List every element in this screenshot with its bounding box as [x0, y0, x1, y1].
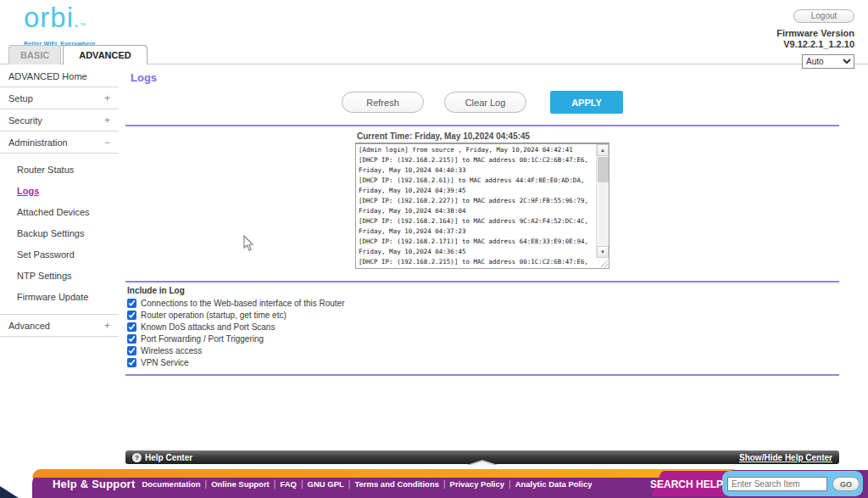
- sidebar-item-set-password[interactable]: Set Password: [0, 243, 119, 265]
- search-help-input[interactable]: [727, 477, 827, 491]
- go-button[interactable]: GO: [832, 477, 860, 491]
- log-scrollbar[interactable]: ▲ ▼: [596, 144, 609, 258]
- orbi-logo: orbi.™ Better WiFi. Everywhere.: [24, 3, 97, 47]
- administration-submenu: Router Status Logs Attached Devices Back…: [0, 154, 119, 315]
- expand-plus-icon[interactable]: +: [104, 320, 110, 332]
- refresh-button[interactable]: Refresh: [342, 92, 424, 113]
- scrollbar-thumb[interactable]: [598, 157, 609, 182]
- logo-text: orbi: [24, 2, 74, 33]
- tab-basic[interactable]: BASIC: [8, 45, 61, 64]
- checkbox-port-forwarding[interactable]: [127, 334, 136, 344]
- footer-links: Documentation| Online Support| FAQ| GNU …: [142, 479, 592, 489]
- expand-plus-icon[interactable]: +: [104, 92, 110, 104]
- sidebar-item-attached-devices[interactable]: Attached Devices: [0, 201, 119, 222]
- trademark-symbol: ™: [80, 22, 86, 28]
- help-support-label: Help & Support: [53, 478, 135, 490]
- sidebar-item-firmware-update[interactable]: Firmware Update: [0, 286, 119, 307]
- search-help-label: SEARCH HELP: [650, 478, 723, 490]
- log-textarea[interactable]: [Admin login] from source , Friday, May …: [355, 143, 609, 269]
- sidebar-item-router-status[interactable]: Router Status: [0, 159, 119, 180]
- search-help-zone: SEARCH HELP GO: [650, 470, 860, 498]
- expand-plus-icon[interactable]: +: [104, 115, 110, 126]
- sidebar-item-backup-settings[interactable]: Backup Settings: [0, 222, 119, 243]
- main-tabs: BASIC ADVANCED: [8, 45, 149, 64]
- sidebar-item-advanced[interactable]: Advanced +: [0, 315, 119, 337]
- divider: [125, 125, 839, 126]
- footer-link-faq[interactable]: FAQ: [280, 479, 297, 489]
- help-center-title: ? Help Center: [132, 453, 192, 462]
- log-block: Current Time: Friday, May 10,2024 04:45:…: [355, 130, 609, 269]
- checkbox-wireless-access[interactable]: [127, 346, 136, 355]
- include-in-log-heading: Include in Log: [127, 286, 839, 295]
- show-hide-help-center-link[interactable]: Show/Hide Help Center: [739, 453, 832, 462]
- current-time-label: Current Time: Friday, May 10,2024 04:45:…: [355, 130, 609, 143]
- tab-advanced[interactable]: ADVANCED: [63, 45, 147, 64]
- firmware-version-label: Firmware Version: [776, 28, 854, 38]
- collapse-minus-icon[interactable]: −: [104, 137, 110, 148]
- checkbox-vpn-service[interactable]: [127, 358, 136, 367]
- action-buttons: Refresh Clear Log APPLY: [125, 91, 839, 114]
- include-in-log-section: Include in Log Connections to the Web-ba…: [127, 286, 839, 367]
- checkbox-dos-attacks[interactable]: [127, 322, 136, 332]
- scroll-up-icon[interactable]: ▲: [597, 144, 609, 156]
- firmware-version-value: V9.12.2.1_1.2.10: [776, 39, 854, 49]
- sidebar-item-administration[interactable]: Administration −: [0, 131, 119, 154]
- footer-link-analytic-data[interactable]: Analytic Data Policy: [515, 479, 593, 489]
- main-content: Logs Refresh Clear Log APPLY Current Tim…: [125, 65, 839, 376]
- footer-link-terms[interactable]: Terms and Conditions: [354, 479, 439, 489]
- sidebar-item-advanced-home[interactable]: ADVANCED Home: [0, 65, 119, 87]
- include-row-web-interface: Connections to the Web-based interface o…: [127, 299, 839, 308]
- include-row-dos-attacks: Known DoS attacks and Port Scans: [127, 322, 839, 332]
- apply-button[interactable]: APPLY: [550, 91, 623, 114]
- footer: Help & Support Documentation| Online Sup…: [0, 465, 868, 498]
- footer-link-documentation[interactable]: Documentation: [142, 479, 200, 489]
- header: orbi.™ Better WiFi. Everywhere. Logout F…: [0, 0, 868, 64]
- include-row-router-operation: Router operation (startup, get time etc): [127, 311, 839, 320]
- divider: [125, 281, 839, 283]
- sidebar-item-logs[interactable]: Logs: [0, 180, 119, 201]
- help-center-bar[interactable]: ? Help Center Show/Hide Help Center: [125, 450, 839, 464]
- footer-link-online-support[interactable]: Online Support: [211, 479, 270, 489]
- sidebar-item-security[interactable]: Security +: [0, 109, 119, 131]
- include-row-wireless-access: Wireless access: [127, 346, 839, 355]
- footer-link-privacy[interactable]: Privacy Policy: [450, 479, 504, 489]
- divider: [125, 374, 839, 376]
- page-title: Logs: [131, 71, 839, 84]
- sidebar-nav: ADVANCED Home Setup + Security + Adminis…: [0, 65, 119, 337]
- checkbox-web-interface[interactable]: [127, 299, 136, 308]
- include-row-vpn-service: VPN Service: [127, 358, 839, 367]
- scroll-down-icon[interactable]: ▼: [597, 246, 609, 258]
- clear-log-button[interactable]: Clear Log: [444, 92, 526, 113]
- footer-link-gnu-gpl[interactable]: GNU GPL: [308, 479, 344, 489]
- include-row-port-forwarding: Port Forwarding / Port Triggering: [127, 334, 839, 344]
- sidebar-item-ntp-settings[interactable]: NTP Settings: [0, 265, 119, 286]
- logout-button[interactable]: Logout: [793, 9, 854, 23]
- question-mark-icon: ?: [132, 453, 142, 462]
- checkbox-router-operation[interactable]: [127, 311, 136, 320]
- sidebar-item-setup[interactable]: Setup +: [0, 87, 119, 109]
